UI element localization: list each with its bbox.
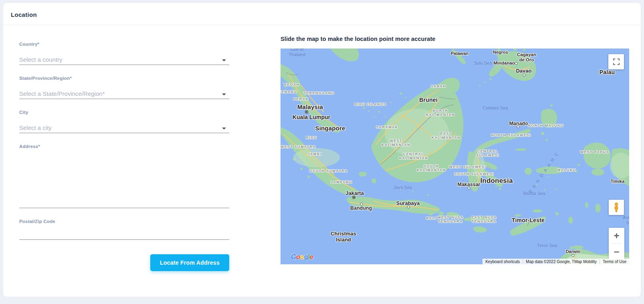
state-placeholder: Select a State/Province/Region* (19, 90, 105, 97)
location-form: Country* Select a country State/Province… (19, 42, 229, 271)
terms-of-use-link[interactable]: Terms of Use (600, 259, 629, 264)
zoom-in-button[interactable]: + (609, 228, 624, 243)
zoom-control: + − (609, 228, 624, 259)
address-textarea[interactable] (19, 158, 229, 208)
locate-from-address-button[interactable]: Locate From Address (150, 254, 229, 271)
state-label: State/Province/Region* (19, 76, 229, 81)
map-geography (281, 49, 629, 264)
map-data-credit: Map data ©2022 Google, TMap Mobility (523, 259, 600, 264)
address-label: Address* (19, 144, 229, 149)
chevron-down-icon[interactable] (222, 128, 226, 130)
map-hint-text: Slide the map to make the location point… (281, 36, 629, 42)
page-title: Location (11, 11, 37, 18)
postal-label: Postal/Zip Code (19, 219, 229, 224)
pegman-button[interactable] (609, 200, 624, 215)
page: Location Country* Select a country State… (0, 0, 644, 304)
city-label: City (19, 110, 229, 115)
field-country: Country* Select a country (19, 42, 229, 65)
card-header: Location (3, 3, 641, 25)
map-section: Slide the map to make the location point… (281, 36, 629, 264)
chevron-down-icon[interactable] (222, 59, 226, 61)
zoom-out-button[interactable]: − (609, 244, 624, 259)
button-row: Locate From Address (19, 254, 229, 271)
fullscreen-button[interactable] (608, 54, 624, 69)
map-canvas[interactable]: Gulf of ThailandSulu SeaCelebes SeaJava … (281, 49, 629, 264)
country-select[interactable]: Select a country (19, 56, 229, 65)
google-logo[interactable]: Google (291, 253, 313, 261)
city-placeholder: Select a city (19, 124, 52, 131)
field-address: Address* (19, 144, 229, 208)
keyboard-shortcuts-link[interactable]: Keyboard shortcuts (482, 259, 523, 264)
field-postal: Postal/Zip Code (19, 219, 229, 240)
fullscreen-icon (613, 59, 620, 65)
field-state: State/Province/Region* Select a State/Pr… (19, 76, 229, 99)
chevron-down-icon[interactable] (222, 93, 226, 95)
postal-input[interactable] (19, 233, 229, 240)
state-select[interactable]: Select a State/Province/Region* (19, 90, 229, 99)
map-attribution: Keyboard shortcuts Map data ©2022 Google… (482, 259, 629, 264)
location-card: Location Country* Select a country State… (3, 2, 641, 297)
city-select[interactable]: Select a city (19, 124, 229, 133)
pegman-icon (612, 202, 621, 213)
country-label: Country* (19, 42, 229, 47)
country-placeholder: Select a country (19, 56, 63, 63)
field-city: City Select a city (19, 110, 229, 133)
